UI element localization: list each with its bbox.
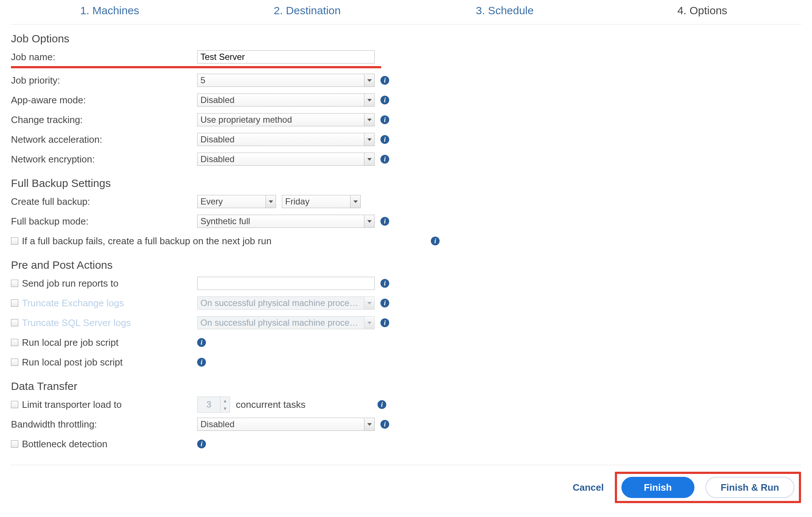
label-bottleneck: Bottleneck detection — [22, 439, 107, 450]
retry-full-checkbox[interactable] — [11, 237, 18, 245]
label-pre-script: Run local pre job script — [22, 337, 118, 348]
section-title-pre-post: Pre and Post Actions — [11, 259, 801, 271]
limit-load-checkbox[interactable] — [11, 401, 18, 408]
spinner-up-icon: ▲ — [221, 397, 230, 405]
label-change-tracking: Change tracking: — [11, 114, 197, 126]
info-icon[interactable]: i — [380, 135, 389, 144]
finish-run-button[interactable]: Finish & Run — [705, 477, 794, 498]
limit-load-suffix: concurrent tasks — [236, 399, 306, 410]
network-accel-select[interactable]: Disabled — [197, 133, 375, 146]
chevron-down-icon — [364, 297, 374, 309]
section-title-full-backup: Full Backup Settings — [11, 177, 801, 189]
tab-destination[interactable]: 2. Destination — [208, 4, 406, 17]
info-icon[interactable]: i — [197, 358, 206, 367]
label-retry-full: If a full backup fails, create a full ba… — [22, 235, 272, 247]
tab-options[interactable]: 4. Options — [604, 4, 801, 17]
chevron-down-icon — [364, 94, 374, 106]
create-full-day-select[interactable]: Friday — [282, 195, 361, 208]
info-icon[interactable]: i — [380, 318, 389, 327]
chevron-down-icon — [364, 215, 374, 227]
label-trunc-exchange: Truncate Exchange logs — [22, 298, 124, 309]
info-icon[interactable]: i — [380, 155, 389, 164]
footer-separator — [11, 465, 801, 465]
post-script-checkbox[interactable] — [11, 359, 18, 366]
chevron-down-icon — [364, 74, 374, 87]
trunc-exchange-checkbox — [11, 299, 18, 307]
label-job-name: Job name: — [11, 51, 197, 63]
info-icon[interactable]: i — [380, 115, 389, 124]
chevron-down-icon — [364, 114, 374, 126]
pre-script-checkbox[interactable] — [11, 339, 18, 346]
info-icon[interactable]: i — [431, 237, 440, 245]
info-icon[interactable]: i — [380, 279, 389, 288]
full-mode-value: Synthetic full — [198, 216, 364, 226]
network-accel-value: Disabled — [198, 134, 364, 145]
finish-button[interactable]: Finish — [621, 477, 694, 498]
trunc-sql-select: On successful physical machine processin… — [197, 316, 375, 329]
app-aware-value: Disabled — [198, 95, 364, 105]
create-full-freq-value: Every — [198, 196, 265, 207]
chevron-down-icon — [265, 195, 276, 208]
highlight-finish-buttons: Finish Finish & Run — [615, 472, 801, 503]
info-icon[interactable]: i — [380, 217, 389, 226]
tab-schedule[interactable]: 3. Schedule — [406, 4, 604, 17]
label-network-accel: Network acceleration: — [11, 134, 197, 145]
trunc-exchange-value: On successful physical machine processin… — [198, 298, 364, 308]
label-send-reports: Send job run reports to — [22, 278, 119, 289]
label-limit-load: Limit transporter load to — [22, 399, 122, 410]
create-full-day-value: Friday — [282, 196, 350, 207]
trunc-sql-value: On successful physical machine processin… — [198, 318, 364, 328]
info-icon[interactable]: i — [380, 76, 389, 85]
spinner-down-icon: ▼ — [221, 405, 230, 412]
bandwidth-value: Disabled — [198, 419, 364, 429]
network-encrypt-value: Disabled — [198, 154, 364, 164]
job-priority-select[interactable]: 5 — [197, 74, 375, 87]
footer: Cancel Finish Finish & Run — [11, 472, 801, 503]
label-full-mode: Full backup mode: — [11, 216, 197, 227]
send-reports-checkbox[interactable] — [11, 280, 18, 287]
send-reports-input[interactable] — [197, 277, 375, 290]
bandwidth-select[interactable]: Disabled — [197, 418, 375, 431]
trunc-exchange-select: On successful physical machine processin… — [197, 296, 375, 310]
chevron-down-icon — [350, 195, 360, 208]
network-encrypt-select[interactable]: Disabled — [197, 153, 375, 166]
limit-load-spinner: 3 ▲ ▼ — [197, 397, 230, 413]
trunc-sql-checkbox — [11, 319, 18, 326]
job-name-input[interactable] — [197, 50, 375, 64]
chevron-down-icon — [364, 153, 374, 165]
label-job-priority: Job priority: — [11, 75, 197, 86]
info-icon[interactable]: i — [380, 420, 389, 429]
wizard-tabs: 1. Machines 2. Destination 3. Schedule 4… — [11, 0, 801, 24]
info-icon[interactable]: i — [197, 338, 206, 347]
info-icon[interactable]: i — [380, 96, 389, 104]
cancel-button[interactable]: Cancel — [572, 482, 604, 493]
chevron-down-icon — [364, 317, 374, 329]
label-post-script: Run local post job script — [22, 357, 123, 368]
section-title-data-transfer: Data Transfer — [11, 380, 801, 392]
full-mode-select[interactable]: Synthetic full — [197, 215, 375, 228]
info-icon[interactable]: i — [197, 440, 206, 448]
create-full-freq-select[interactable]: Every — [197, 195, 276, 208]
label-create-full: Create full backup: — [11, 196, 197, 207]
label-bandwidth: Bandwidth throttling: — [11, 419, 197, 430]
info-icon[interactable]: i — [380, 299, 389, 307]
bottleneck-checkbox[interactable] — [11, 440, 18, 448]
tab-machines[interactable]: 1. Machines — [11, 4, 208, 17]
job-priority-value: 5 — [198, 75, 364, 85]
change-tracking-select[interactable]: Use proprietary method — [197, 113, 375, 126]
info-icon[interactable]: i — [378, 400, 386, 409]
label-trunc-sql: Truncate SQL Server logs — [22, 317, 131, 329]
section-title-job-options: Job Options — [11, 32, 801, 45]
label-app-aware: App-aware mode: — [11, 95, 197, 106]
limit-load-value: 3 — [198, 397, 220, 412]
chevron-down-icon — [364, 418, 374, 430]
label-network-encrypt: Network encryption: — [11, 154, 197, 165]
chevron-down-icon — [364, 133, 374, 146]
change-tracking-value: Use proprietary method — [198, 115, 364, 125]
app-aware-select[interactable]: Disabled — [197, 93, 375, 107]
